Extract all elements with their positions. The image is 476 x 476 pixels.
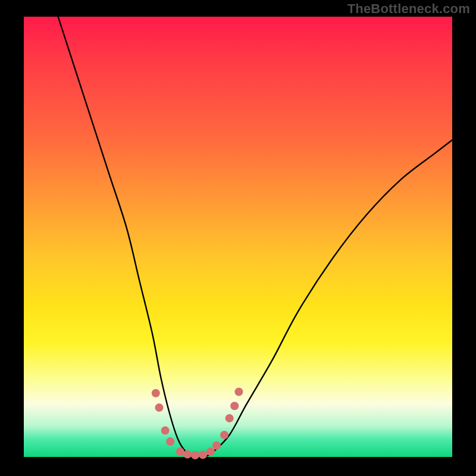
speckle-dot [234,388,243,396]
speckle-dot [220,431,228,439]
speckle-dot [166,437,174,446]
speckle-dot [226,414,234,422]
speckle-dot [206,447,215,456]
speckle-dot [191,451,199,459]
speckle-dot [212,441,221,450]
watermark-text: TheBottleneck.com [347,1,470,17]
plot-area [24,17,452,457]
speckle-dot [176,447,184,456]
speckle-dot [161,427,170,435]
speckle-dot [155,403,164,412]
speckle-dot [199,450,207,459]
bottleneck-curve [58,17,452,458]
speckle-dot [152,389,160,397]
chart-frame: TheBottleneck.com [0,0,476,476]
speckle-dot [230,402,239,410]
speckle-dot [183,450,192,459]
curve-layer [24,17,452,457]
